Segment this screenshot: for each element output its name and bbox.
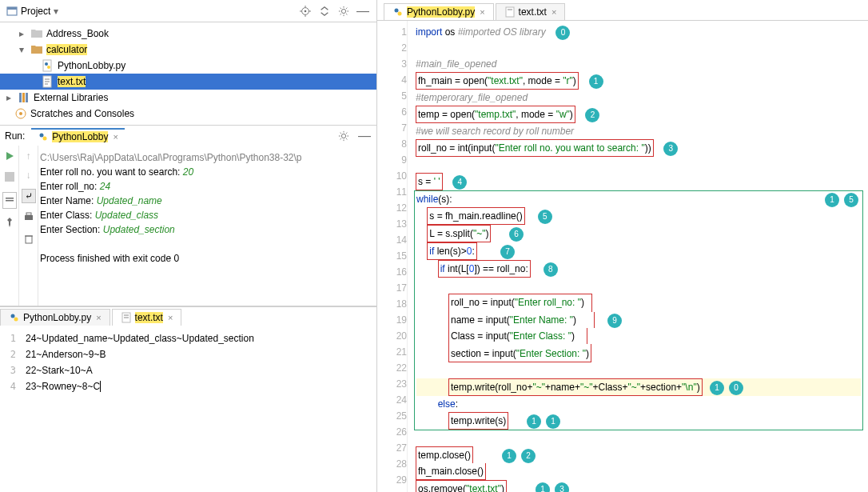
annotation-badge: 1 bbox=[589, 74, 603, 89]
svg-rect-17 bbox=[22, 93, 25, 102]
soft-wrap-icon[interactable]: ⤶ bbox=[22, 189, 36, 203]
layout-icon[interactable] bbox=[2, 192, 17, 209]
code-editor[interactable]: import os #imported OS library 0 #main_f… bbox=[408, 21, 868, 492]
annotation-badge: 0 bbox=[729, 381, 743, 395]
stop-icon[interactable] bbox=[5, 172, 14, 184]
print-icon[interactable] bbox=[23, 211, 34, 225]
project-view-icon bbox=[6, 6, 18, 17]
svg-rect-26 bbox=[6, 200, 14, 202]
scratches-icon bbox=[14, 107, 27, 120]
editor-tab-pythonlobby[interactable]: PythonLobby.py× bbox=[384, 3, 494, 20]
svg-point-23 bbox=[341, 134, 345, 138]
gear-icon[interactable] bbox=[336, 4, 351, 18]
tree-file-texttxt[interactable]: text.txt bbox=[0, 74, 376, 90]
editor-tab-texttxt[interactable]: text.txt× bbox=[496, 3, 566, 20]
close-icon[interactable]: × bbox=[168, 313, 173, 322]
tree-file-pythonlobby[interactable]: PythonLobby.py bbox=[0, 58, 376, 74]
svg-rect-25 bbox=[6, 198, 14, 199]
tree-folder-calculator[interactable]: ▾calculator bbox=[0, 42, 376, 58]
svg-point-20 bbox=[19, 112, 22, 115]
text-line: 23~Rowney~8~C bbox=[26, 381, 100, 392]
chevron-right-icon: ▸ bbox=[3, 92, 14, 103]
tree-scratches[interactable]: Scratches and Consoles bbox=[0, 106, 376, 122]
text-file-body[interactable]: 24~Updated_name~Updated_class~Updated_se… bbox=[22, 326, 376, 486]
line-gutter: 1234567891011121314151617181920212223242… bbox=[377, 21, 408, 492]
run-console[interactable]: C:\Users\Raj\AppData\Local\Programs\Pyth… bbox=[38, 146, 376, 306]
svg-point-11 bbox=[47, 66, 50, 69]
text-file-icon bbox=[504, 6, 516, 18]
run-label: Run: bbox=[5, 130, 25, 142]
console-input: Updated_name bbox=[97, 195, 162, 206]
console-input: 20 bbox=[183, 166, 193, 178]
expand-all-icon[interactable] bbox=[317, 4, 332, 18]
tab-pythonlobby[interactable]: PythonLobby.py× bbox=[0, 309, 110, 326]
console-prompt: Enter Name: bbox=[40, 195, 97, 206]
annotation-badge: 5 bbox=[538, 210, 552, 224]
close-icon[interactable]: × bbox=[551, 7, 556, 17]
hide-icon[interactable]: — bbox=[356, 4, 370, 18]
console-prompt: Enter roll no. you want to search: bbox=[40, 166, 183, 178]
close-icon[interactable]: × bbox=[96, 313, 101, 322]
tree-external-libraries[interactable]: ▸External Libraries bbox=[0, 90, 376, 106]
gear-icon[interactable] bbox=[336, 129, 351, 143]
trash-icon[interactable] bbox=[23, 233, 34, 246]
python-file-icon bbox=[9, 312, 20, 323]
svg-point-10 bbox=[45, 62, 48, 66]
annotation-badge: 0 bbox=[555, 26, 570, 40]
svg-rect-9 bbox=[43, 60, 51, 71]
annotation-badge: 5 bbox=[844, 193, 858, 207]
svg-rect-27 bbox=[25, 215, 33, 220]
annotation-badge: 3 bbox=[555, 482, 569, 492]
hide-icon[interactable]: — bbox=[357, 129, 372, 143]
svg-rect-16 bbox=[19, 93, 22, 102]
svg-rect-24 bbox=[5, 172, 14, 182]
up-arrow-icon[interactable]: ↑ bbox=[26, 150, 31, 162]
annotation-badge: 1 bbox=[502, 449, 516, 463]
tab-label: text.txt bbox=[519, 6, 547, 18]
tree-folder-addressbook[interactable]: ▸Address_Book bbox=[0, 26, 376, 42]
console-prompt: Enter Section: bbox=[40, 224, 103, 235]
close-icon[interactable]: × bbox=[113, 132, 117, 142]
close-icon[interactable]: × bbox=[480, 7, 484, 17]
svg-point-31 bbox=[11, 314, 15, 318]
locate-icon[interactable] bbox=[298, 4, 313, 18]
folder-icon bbox=[30, 43, 43, 56]
svg-point-32 bbox=[14, 318, 18, 322]
text-line: 24~Updated_name~Updated_class~Updated_se… bbox=[26, 330, 376, 346]
svg-rect-28 bbox=[26, 213, 31, 215]
svg-point-8 bbox=[341, 9, 345, 13]
console-prompt: Enter roll_no: bbox=[40, 181, 100, 192]
folder-icon bbox=[30, 27, 43, 40]
tree-label: External Libraries bbox=[34, 92, 108, 103]
text-line: 22~Stark~10~A bbox=[26, 362, 376, 378]
tab-label: PythonLobby.py bbox=[23, 312, 91, 323]
svg-point-37 bbox=[398, 12, 402, 16]
annotation-badge: 1 bbox=[536, 482, 550, 492]
chevron-right-icon: ▸ bbox=[16, 28, 27, 39]
pin-icon[interactable] bbox=[4, 217, 15, 230]
tab-label: text.txt bbox=[135, 312, 163, 323]
console-input: Updated_class bbox=[95, 210, 158, 221]
svg-rect-18 bbox=[26, 93, 28, 102]
svg-point-21 bbox=[40, 133, 44, 137]
run-tab-pythonlobby[interactable]: PythonLobby × bbox=[31, 128, 125, 144]
console-input: 24 bbox=[100, 181, 110, 192]
project-dropdown[interactable]: Project ▾ bbox=[6, 6, 58, 17]
project-toolbar: Project ▾ — bbox=[0, 0, 376, 22]
run-toolbar: Run: PythonLobby × — bbox=[0, 125, 376, 146]
text-gutter: 1234 bbox=[0, 326, 22, 486]
svg-rect-1 bbox=[7, 7, 17, 10]
tab-texttxt[interactable]: text.txt× bbox=[112, 309, 182, 326]
annotation-badge: 3 bbox=[663, 142, 678, 156]
down-arrow-icon[interactable]: ↓ bbox=[26, 170, 31, 181]
annotation-badge: 2 bbox=[521, 449, 536, 463]
bottom-editor-tabs: PythonLobby.py× text.txt× bbox=[0, 306, 376, 326]
rerun-icon[interactable] bbox=[4, 150, 15, 164]
annotation-badge: 2 bbox=[585, 108, 599, 122]
svg-rect-29 bbox=[26, 236, 32, 243]
console-prompt: Enter Class: bbox=[40, 210, 95, 221]
run-nav-bar: ↑ ↓ ⤶ bbox=[19, 146, 38, 306]
annotation-badge: 9 bbox=[607, 314, 622, 328]
svg-point-22 bbox=[43, 136, 47, 140]
python-file-icon bbox=[38, 131, 49, 142]
